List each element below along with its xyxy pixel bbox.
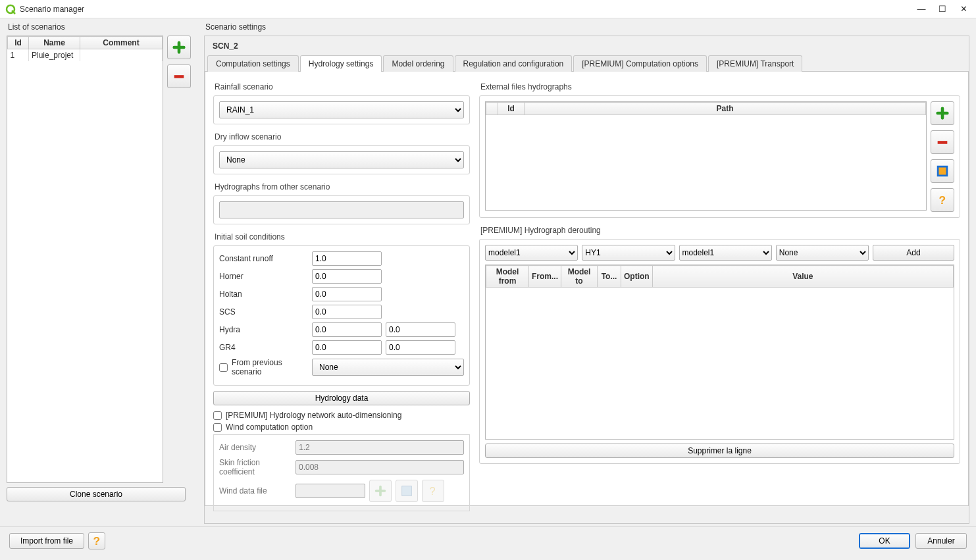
wind-edit-button: [396, 480, 418, 502]
svg-rect-5: [938, 141, 948, 144]
svg-text:?: ?: [93, 534, 101, 547]
skin-friction-label: Skin friction coefficient: [219, 458, 292, 476]
holtan-input[interactable]: [312, 287, 382, 301]
window-controls: — ☐ ✕: [917, 5, 971, 14]
gr4-label: GR4: [219, 343, 308, 352]
holtan-label: Holtan: [219, 290, 308, 299]
col-comment[interactable]: Comment: [80, 37, 163, 49]
tab-computation[interactable]: Computation settings: [207, 55, 299, 72]
premium-auto-checkbox[interactable]: [213, 411, 222, 420]
ext-files-table[interactable]: Id Path: [485, 101, 927, 211]
scenario-table[interactable]: Id Name Comment 1 Pluie_projet: [7, 36, 163, 483]
ext-files-label: External files hydrographs: [480, 82, 960, 91]
hydrology-data-button[interactable]: Hydrology data: [213, 391, 470, 405]
scs-label: SCS: [219, 307, 308, 317]
dryinflow-select[interactable]: None: [219, 151, 464, 168]
tabs: Computation settings Hydrology settings …: [205, 55, 969, 72]
table-row[interactable]: 1 Pluie_projet: [8, 49, 163, 62]
list-scenarios-label: List of scenarios: [8, 22, 191, 32]
drt-col-fr[interactable]: From...: [529, 266, 561, 288]
footer: Import from file ? OK Annuler: [0, 526, 976, 555]
gr4-input1[interactable]: [312, 340, 382, 355]
derouting-add-button[interactable]: Add: [873, 245, 954, 261]
col-name[interactable]: Name: [29, 37, 80, 49]
remove-scenario-button[interactable]: [167, 64, 191, 88]
hydro-other-label: Hydrographs from other scenario: [215, 182, 470, 191]
hydro-other-select: [219, 201, 464, 218]
ext-col-corner: [486, 103, 498, 115]
maximize-button[interactable]: ☐: [938, 5, 947, 14]
hydra-input2[interactable]: [386, 322, 455, 337]
horner-input[interactable]: [312, 269, 382, 284]
horner-label: Horner: [219, 272, 308, 281]
tab-model-ordering[interactable]: Model ordering: [383, 55, 453, 72]
ext-col-path[interactable]: Path: [525, 103, 926, 115]
tab-premium-comp[interactable]: [PREMIUM] Computation options: [573, 55, 707, 72]
add-scenario-button[interactable]: [167, 36, 191, 59]
window-title: Scenario manager: [20, 5, 917, 14]
col-id[interactable]: Id: [8, 37, 29, 49]
from-prev-select[interactable]: None: [312, 359, 464, 376]
constant-runoff-input[interactable]: [312, 251, 382, 266]
drt-col-mf[interactable]: Model from: [486, 266, 529, 288]
drt-col-to[interactable]: To...: [598, 266, 621, 288]
ok-button[interactable]: OK: [859, 533, 910, 549]
skin-friction-input: [295, 460, 464, 474]
hydra-label: Hydra: [219, 325, 308, 334]
scenario-title: SCN_2: [205, 36, 969, 55]
import-button[interactable]: Import from file: [9, 533, 84, 549]
drt-col-op[interactable]: Option: [621, 266, 653, 288]
app-icon: [5, 4, 16, 14]
derouting-label: [PREMIUM] Hydrograph derouting: [480, 226, 960, 235]
scenario-settings-label: Scenario settings: [205, 22, 969, 32]
minimize-button[interactable]: —: [917, 5, 926, 14]
ext-help-button[interactable]: ?: [931, 188, 954, 212]
footer-help-button[interactable]: ?: [88, 532, 105, 549]
tab-regulation[interactable]: Regulation and configuration: [455, 55, 573, 72]
wind-add-button: [369, 480, 392, 502]
derouting-table[interactable]: Model from From... Model to To... Option…: [485, 265, 954, 440]
dryinflow-label: Dry inflow scenario: [215, 132, 470, 141]
wind-option-checkbox[interactable]: [213, 423, 222, 432]
from-prev-label: From previous scenario: [232, 358, 308, 376]
hydra-input1[interactable]: [312, 322, 382, 337]
rainfall-label: Rainfall scenario: [215, 82, 470, 91]
premium-auto-label: [PREMIUM] Hydrology network auto-dimensi…: [226, 411, 401, 420]
scs-input[interactable]: [312, 305, 382, 319]
tab-premium-transport[interactable]: [PREMIUM] Transport: [708, 55, 802, 72]
derouting-delete-button[interactable]: Supprimer la ligne: [485, 444, 954, 458]
ext-remove-button[interactable]: [931, 130, 954, 154]
titlebar: Scenario manager — ☐ ✕: [0, 0, 976, 18]
wind-datafile-input: [295, 484, 365, 498]
wind-datafile-label: Wind data file: [219, 486, 292, 496]
air-density-input: [295, 440, 464, 455]
gr4-input2[interactable]: [386, 340, 455, 355]
svg-rect-7: [939, 168, 946, 175]
wind-option-label: Wind computation option: [226, 422, 313, 432]
ext-add-button[interactable]: [931, 101, 954, 125]
clone-scenario-button[interactable]: Clone scenario: [7, 487, 186, 501]
svg-rect-2: [174, 75, 184, 78]
derouting-c1[interactable]: modelel1: [485, 245, 578, 261]
ext-edit-button[interactable]: [931, 159, 954, 183]
derouting-c4[interactable]: None: [776, 245, 869, 261]
drt-col-val[interactable]: Value: [652, 266, 953, 288]
svg-text:?: ?: [430, 485, 436, 497]
wind-help-button: ?: [422, 480, 444, 502]
cancel-button[interactable]: Annuler: [915, 533, 967, 549]
tab-hydrology[interactable]: Hydrology settings: [300, 55, 382, 72]
svg-rect-3: [402, 486, 412, 496]
air-density-label: Air density: [219, 443, 292, 452]
soil-label: Initial soil conditions: [215, 232, 470, 242]
derouting-c2[interactable]: HY1: [582, 245, 675, 261]
derouting-c3[interactable]: modelel1: [679, 245, 772, 261]
svg-text:?: ?: [939, 193, 946, 207]
constant-runoff-label: Constant runoff: [219, 254, 308, 263]
rainfall-select[interactable]: RAIN_1: [219, 101, 464, 118]
close-button[interactable]: ✕: [959, 5, 968, 14]
drt-col-mt[interactable]: Model to: [561, 266, 598, 288]
ext-col-id[interactable]: Id: [498, 103, 525, 115]
from-prev-checkbox[interactable]: [219, 363, 228, 372]
